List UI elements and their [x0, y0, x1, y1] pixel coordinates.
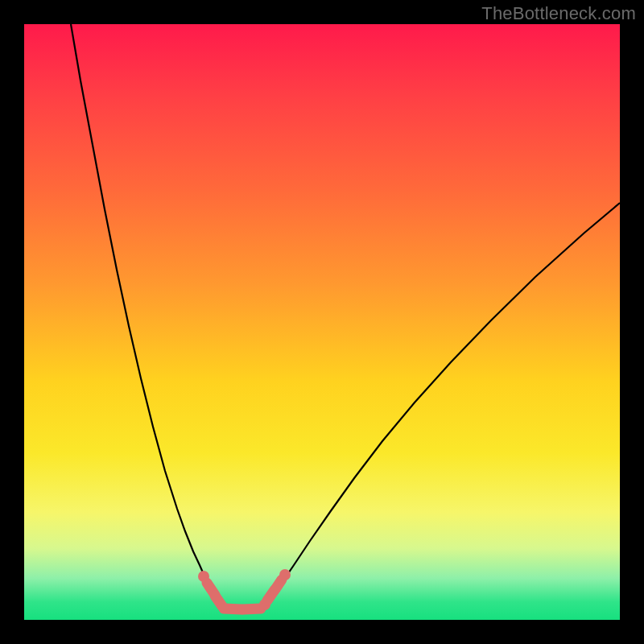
curve-layer	[24, 24, 620, 620]
chart-frame: TheBottleneck.com	[0, 0, 644, 644]
plot-area	[24, 24, 620, 620]
marker-pill	[275, 580, 282, 589]
curve-markers	[198, 569, 291, 610]
marker-pill	[243, 609, 261, 609]
curve-right	[262, 203, 620, 608]
curve-left	[71, 24, 224, 608]
marker-dot	[279, 569, 291, 580]
watermark-text: TheBottleneck.com	[481, 3, 636, 24]
